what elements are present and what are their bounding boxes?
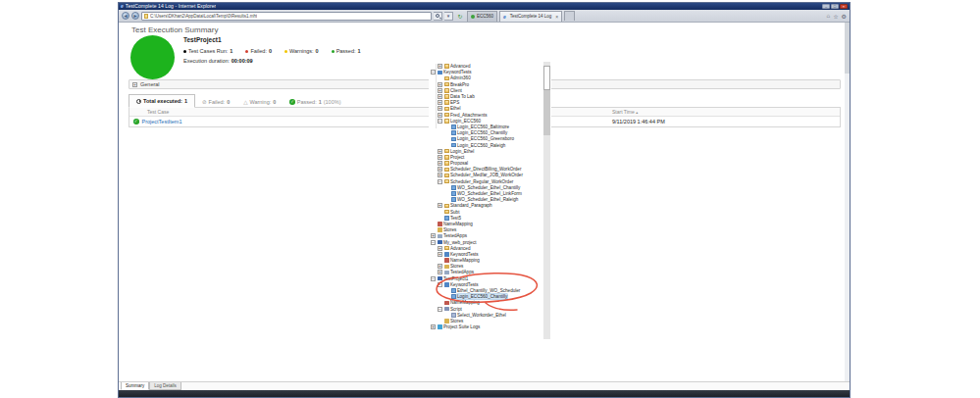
filter-label: Failed: — [209, 99, 226, 105]
passed-check-icon: ✓ — [133, 119, 139, 124]
search-icon — [436, 14, 439, 18]
start-time-label: Start Time — [612, 109, 635, 115]
close-button[interactable]: × — [840, 4, 848, 9]
tree-scrollbar-thumb[interactable] — [543, 66, 550, 90]
namemapping-icon — [438, 222, 442, 226]
address-dropdown-button[interactable]: ▾ — [444, 12, 453, 21]
back-button[interactable]: ◄ — [122, 12, 129, 20]
tree-toggle-plus-icon[interactable]: + — [438, 106, 442, 111]
tree-item-label: Login_ECC560_Chantilly — [457, 130, 507, 135]
browser-tab-label: ECC560 — [477, 14, 493, 19]
tree-toggle-plus-icon[interactable]: + — [438, 246, 442, 251]
address-bar[interactable]: C:\Users\DKhan2\AppData\Local\Temp\0\Res… — [141, 12, 432, 21]
favorites-icon[interactable]: ☆ — [833, 13, 838, 20]
tree-item-label: KeywordTests — [450, 282, 479, 287]
tree-item-label: Scheduler_DirectBilling_WorkOrder — [450, 167, 521, 172]
tree-item-label: Login_ECC560_Baltimore — [457, 124, 509, 129]
column-header-start-time[interactable]: Start Time ▴ — [612, 109, 840, 115]
page-scrollbar[interactable] — [845, 23, 850, 381]
home-icon[interactable]: ⌂ — [827, 13, 831, 19]
folder-icon — [444, 149, 449, 154]
summary-stat-test-cases-run: Test Cases Run: 1 — [183, 48, 232, 54]
tree-item-label: Login_ECC560_Greensboro — [457, 136, 514, 141]
tree-toggle-minus-icon[interactable]: − — [438, 119, 442, 124]
folder-icon — [444, 155, 449, 160]
tree-toggle-plus-icon[interactable]: + — [438, 113, 442, 118]
tree-toggle-plus-icon[interactable]: + — [438, 64, 442, 69]
tree-toggle-plus-icon[interactable]: + — [438, 173, 442, 177]
tab-log-details[interactable]: Log Details — [149, 382, 181, 390]
tree-toggle-plus-icon[interactable]: + — [438, 203, 442, 208]
kt-item-icon — [451, 130, 456, 135]
tree-item-label: Advanced — [450, 246, 470, 251]
filter-tab-total-executed[interactable]: Total executed: 1 — [129, 94, 195, 108]
tree-toggle-minus-icon[interactable]: − — [438, 307, 442, 312]
tree-item-label: WO_Scheduler_Ethel_Chantilly — [457, 185, 520, 190]
summary-stat-warnings: Warnings: 0 — [284, 48, 319, 54]
tab-summary[interactable]: Summary — [121, 382, 149, 390]
kt-item-icon — [444, 216, 449, 221]
folder-open-icon — [444, 179, 449, 184]
tools-gear-icon[interactable]: ⚙ — [842, 13, 847, 20]
tree-toggle-plus-icon[interactable]: + — [431, 324, 436, 329]
folder-open-icon — [444, 119, 449, 124]
expand-section-icon[interactable]: + — [132, 82, 137, 87]
tree-toggle-minus-icon[interactable]: − — [438, 179, 442, 184]
tree-item-label: Scheduler_Medfar_JOB_WorkOrder — [450, 173, 523, 177]
page-scrollbar-thumb[interactable] — [845, 23, 850, 74]
new-tab-button[interactable] — [564, 11, 575, 21]
stat-label: Failed: — [250, 48, 267, 54]
tree-toggle-minus-icon[interactable]: − — [438, 282, 442, 287]
folder-icon — [444, 246, 449, 251]
log-page: Test Execution Summary TestProject1 Test… — [119, 23, 850, 381]
address-text[interactable]: C:\Users\DKhan2\AppData\Local\Temp\0\Res… — [150, 14, 257, 19]
tree-toggle-minus-icon[interactable]: − — [431, 276, 436, 281]
browser-tab-testcomplete-log[interactable]: e TestComplete 14 Log × — [499, 11, 562, 22]
tree-item-label: NameMapping — [443, 222, 473, 226]
summary-block: TestProject1 Test Cases Run: 1Failed: 0W… — [183, 36, 361, 64]
browser-tab-ecc560[interactable]: ECC560 — [467, 11, 497, 22]
tree-item-label: EPS — [450, 100, 459, 105]
tree-toggle-plus-icon[interactable]: + — [438, 149, 442, 154]
tree-toggle-plus-icon[interactable]: + — [431, 233, 436, 238]
filter-value: 0 — [227, 99, 230, 105]
duration-label: Execution duration: — [183, 58, 230, 64]
folder-icon — [444, 64, 449, 69]
filter-suffix: (100%) — [324, 99, 341, 105]
tree-item-label: Select_Workorder_Ethel — [457, 313, 506, 318]
tree-toggle-plus-icon[interactable]: + — [438, 252, 442, 257]
tree-toggle-minus-icon[interactable]: − — [431, 240, 436, 245]
tree-toggle-plus-icon[interactable]: + — [438, 270, 442, 274]
tree-item-label: Client — [450, 88, 462, 93]
filter-label: Total executed: — [143, 98, 182, 104]
general-label: General — [140, 81, 160, 87]
forward-button[interactable]: ► — [131, 12, 139, 20]
tree-item-project-suite-logs[interactable]: +Project Suite Logs — [429, 324, 542, 330]
tree-item-label: TestedApps — [450, 270, 474, 274]
stat-value: 0 — [269, 48, 272, 54]
tree-item-label: Ethel — [450, 106, 460, 111]
tree-item-label: WO_Scheduler_Ethel_LinkForm — [457, 191, 522, 196]
tree-toggle-plus-icon[interactable]: + — [438, 82, 442, 87]
refresh-icon[interactable]: ↻ — [455, 11, 465, 21]
folder-icon — [444, 204, 449, 209]
kt-item-icon — [451, 124, 456, 129]
logs-icon — [438, 324, 442, 329]
search-button[interactable] — [434, 12, 442, 21]
stat-dot-icon — [332, 50, 335, 53]
folder-icon — [444, 168, 449, 173]
minimize-button[interactable]: – — [822, 4, 830, 9]
project-explorer-overlay: +Advanced−KeywordTestsAdmin360+BreakPro+… — [429, 62, 551, 339]
tree-item-label: Project — [450, 155, 464, 160]
stat-dot-icon — [183, 50, 186, 53]
tree-item-label: KeywordTests — [443, 70, 472, 75]
tree-item-label: Project Suite Logs — [443, 324, 480, 329]
tab-close-icon[interactable]: × — [555, 14, 558, 20]
kt-item-icon — [451, 191, 456, 196]
title-bar[interactable]: e TestComplete 14 Log - Internet Explore… — [119, 3, 850, 10]
test-case-link[interactable]: ProjectTestItem1 — [142, 119, 182, 124]
maximize-button[interactable]: □ — [831, 4, 839, 9]
tree-toggle-minus-icon[interactable]: − — [431, 70, 436, 75]
tree-scrollbar[interactable] — [543, 62, 550, 339]
kt-item-icon — [451, 143, 456, 148]
